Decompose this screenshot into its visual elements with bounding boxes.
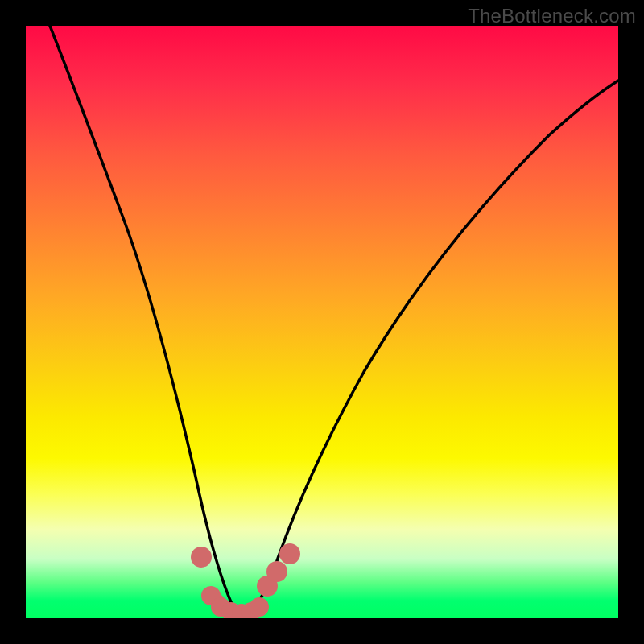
chart-svg — [26, 26, 618, 618]
highlight-dots — [191, 543, 300, 618]
svg-point-0 — [191, 547, 212, 568]
chart-frame: TheBottleneck.com — [0, 0, 644, 644]
svg-point-2 — [266, 561, 287, 582]
svg-point-3 — [279, 543, 300, 564]
bottleneck-curve-path — [50, 26, 618, 611]
svg-point-9 — [250, 597, 269, 617]
watermark-text: TheBottleneck.com — [468, 5, 636, 27]
plot-area — [26, 26, 618, 618]
